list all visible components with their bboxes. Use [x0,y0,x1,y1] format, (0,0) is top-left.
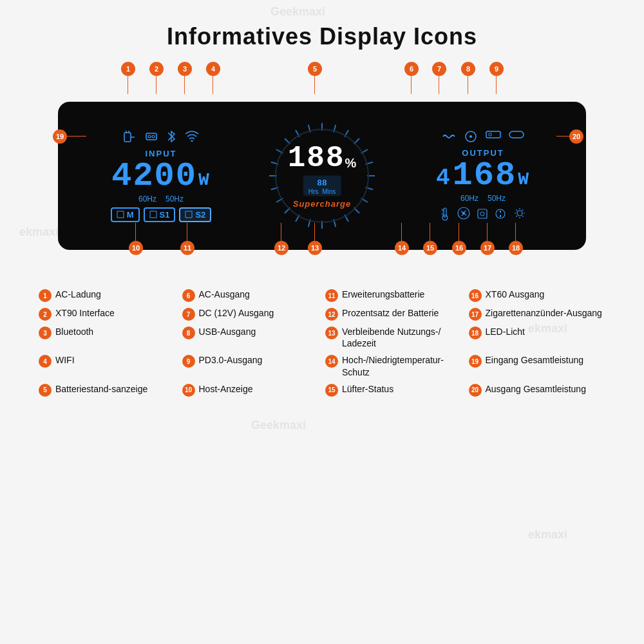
output-small-digit: 4 [436,165,450,191]
watermark-br: ekmaxi [528,528,567,542]
svg-rect-0 [124,133,131,142]
line-1 [128,76,128,94]
legend-text-1: AC-Ladung [55,289,101,300]
percent-digits: 188 [288,144,345,173]
svg-line-57 [516,209,518,211]
legend-badge-6: 6 [182,289,195,302]
legend-text-18: LED-Licht [486,326,525,337]
temp-icon: H L [439,207,451,223]
svg-point-48 [480,212,484,216]
line-3 [184,76,185,94]
legend-item-15: 15 Lüfter-Status [325,383,462,397]
legend-badge-2: 2 [39,308,52,321]
badge-10: 10 [129,241,143,255]
badge-1: 1 [121,62,135,76]
legend-item-3: 3 Bluetooth [39,326,176,349]
badge-3: 3 [178,62,192,76]
legend-text-3: Bluetooth [55,326,93,337]
svg-point-37 [469,135,472,138]
legend-badge-14: 14 [325,355,338,368]
mode-s2: S2 [179,207,211,222]
badge-6: 6 [404,62,419,76]
badge-20: 20 [569,129,583,144]
legend-badge-8: 8 [182,327,195,339]
badge-2: 2 [149,62,164,76]
badge-16: 16 [452,241,466,255]
legend-item-20: 20 Ausgang Gesamtleistung [469,383,606,397]
svg-text:L: L [442,212,444,216]
output-digits-row: 4 168W [436,159,530,193]
dc-ausgang-icon [464,129,478,146]
output-icons-row [442,129,524,146]
line-4 [213,76,213,94]
watermark-center: Geekmaxi [251,419,306,432]
svg-point-52 [517,211,522,216]
ac-ladung-icon [123,130,137,146]
page-title: Informatives Display Icons [0,0,644,62]
legend-badge-7: 7 [182,308,195,321]
legend-text-7: DC (12V) Ausgang [199,307,274,319]
svg-rect-38 [486,131,500,138]
svg-rect-8 [117,211,124,218]
percent-sign: % [345,156,357,171]
badge-5: 5 [308,62,322,76]
legend-text-16: XT60 Ausgang [486,289,545,300]
ac-ausgang-icon [442,129,456,146]
svg-rect-39 [489,133,491,136]
badge-4: 4 [206,62,220,76]
legend-text-10: Host-Anzeige [199,383,253,395]
legend-text-11: Erweiterungsbatterie [342,289,424,300]
center-inner: 188 % 88 Hrs Mins Supercharge [288,144,357,209]
legend-text-8: USB-Ausgang [199,326,256,337]
input-digits: 4200W [111,160,211,193]
legend-item-5: 5 Batteriestand-sanzeige [39,383,176,397]
legend-badge-11: 11 [325,289,338,302]
legend-text-20: Ausgang Gesamtleistung [486,383,586,395]
legend-item-10: 10 Host-Anzeige [182,383,319,397]
input-hz: 60Hz 50Hz [138,194,184,204]
output-hz: 60Hz 50Hz [460,194,506,203]
badge-8: 8 [461,62,475,76]
badge-17: 17 [480,241,495,255]
legend-badge-15: 15 [325,384,338,397]
badge-18: 18 [509,241,523,255]
line-19 [67,136,86,137]
usb-ausgang-icon [486,129,501,146]
legend-badge-4: 4 [39,355,52,368]
line-16b [459,223,459,241]
legend-item-16: 16 XT60 Ausgang [469,289,606,302]
mode-m: M [111,207,140,222]
line-14b [401,223,402,241]
legend-text-2: XT90 Interface [55,307,115,319]
led-icon [513,207,527,223]
svg-point-5 [148,135,151,138]
legend-text-15: Lüfter-Status [342,383,393,395]
legend-badge-20: 20 [469,384,482,397]
svg-point-42 [442,215,448,220]
legend-text-17: Zigarettenanzünder-Ausgang [486,307,602,319]
badge-13: 13 [308,241,322,255]
legend-item-17: 17 Zigarettenanzünder-Ausgang [469,307,606,321]
display-panel: INPUT 4200W 60Hz 50Hz M S1 S2 [58,102,586,250]
battery-gauge: 188 % 88 Hrs Mins Supercharge [264,118,380,234]
mode-s1: S1 [144,207,176,222]
line-7 [439,76,439,94]
legend-badge-1: 1 [39,289,52,302]
badge-11: 11 [180,241,194,255]
bluetooth-icon [166,130,177,146]
legend-text-14: Hoch-/Niedrigtemperatur-Schutz [342,354,462,377]
legend-badge-3: 3 [39,327,52,339]
svg-line-59 [522,209,524,211]
line-8 [468,76,468,94]
fan-icon [457,207,470,223]
legend-badge-10: 10 [182,384,195,397]
line-18b [515,223,516,241]
legend-text-9: PD3.0-Ausgang [199,354,263,366]
output-digits: 168W [453,159,530,193]
legend-text-13: Verbleibende Nutzungs-/ Ladezeit [342,326,462,349]
legend-item-6: 6 AC-Ausgang [182,289,319,302]
legend-item-13: 13 Verbleibende Nutzungs-/ Ladezeit [325,326,462,349]
svg-rect-4 [146,133,156,140]
legend-item-11: 11 Erweiterungsbatterie [325,289,462,302]
legend-badge-5: 5 [39,384,52,397]
